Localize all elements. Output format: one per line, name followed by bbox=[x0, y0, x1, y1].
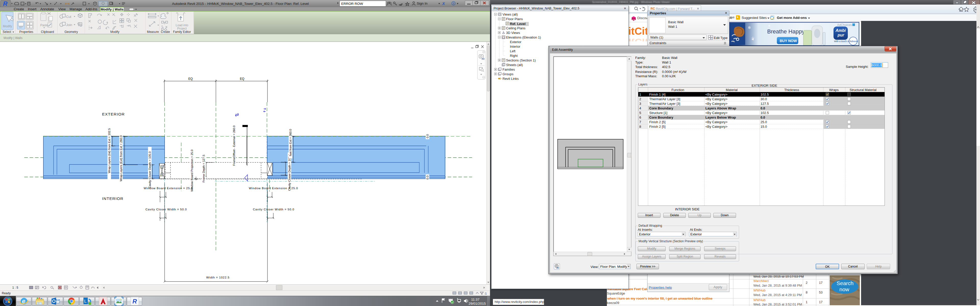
svg-text:Search: Search bbox=[837, 280, 854, 286]
svg-text:Finish 2 [5]: Finish 2 [5] bbox=[649, 125, 666, 128]
svg-text:Thickness: Thickness bbox=[784, 88, 799, 92]
svg-text:AdChoices: AdChoices bbox=[837, 23, 852, 27]
svg-text:Sheets (all): Sheets (all) bbox=[506, 63, 523, 67]
svg-text:febreze: febreze bbox=[850, 40, 858, 43]
svg-text:Wed, Jan 28, 2015 at 3:52:01 P: Wed, Jan 28, 2015 at 3:52:01 PM bbox=[753, 303, 802, 306]
svg-text:now: now bbox=[839, 286, 850, 292]
svg-text:<By Category>: <By Category> bbox=[705, 125, 728, 128]
svg-text:EQ.: EQ. bbox=[161, 172, 164, 176]
svg-text:Exterior: Exterior bbox=[510, 40, 522, 44]
svg-text:8: 8 bbox=[806, 290, 808, 294]
svg-text:Window Board Extension = 25.0: Window Board Extension = 25.0 bbox=[249, 187, 298, 190]
svg-text:Finish 1 [4]: Finish 1 [4] bbox=[649, 93, 666, 97]
svg-text:Groups: Groups bbox=[503, 72, 514, 76]
svg-text:Modify: Modify bbox=[3, 24, 12, 28]
svg-text:?: ? bbox=[453, 2, 455, 5]
svg-text:25.0: 25.0 bbox=[760, 120, 767, 124]
svg-text:Window Board Projection = 25.0: Window Board Projection = 25.0 bbox=[190, 150, 193, 192]
svg-text:11:37: 11:37 bbox=[471, 298, 479, 301]
svg-text:Join: Join bbox=[66, 23, 72, 27]
svg-text:Load into: Load into bbox=[176, 24, 188, 27]
svg-text:4: 4 bbox=[639, 106, 641, 110]
svg-text:3: 3 bbox=[639, 102, 641, 106]
svg-text:17: 17 bbox=[819, 300, 822, 304]
svg-text:WWHub: WWHub bbox=[753, 289, 765, 292]
svg-text:<By Category>: <By Category> bbox=[705, 111, 728, 115]
svg-text:0.0: 0.0 bbox=[426, 176, 429, 179]
svg-text:BUY NOW: BUY NOW bbox=[780, 39, 797, 43]
svg-text:Material: Material bbox=[726, 88, 738, 92]
svg-text:Cavity Closer Width = 50.0: Cavity Closer Width = 50.0 bbox=[145, 208, 187, 211]
svg-text:Layers Below Wrap: Layers Below Wrap bbox=[705, 116, 736, 119]
svg-text:Wrap Layers (Int) from Ext = 1: Wrap Layers (Int) from Ext = 102.5 bbox=[108, 128, 111, 173]
svg-text:X: X bbox=[442, 1, 445, 6]
svg-text:17: 17 bbox=[819, 281, 822, 285]
svg-text:1: 1 bbox=[806, 300, 808, 304]
svg-text:Project: Project bbox=[177, 27, 187, 30]
svg-text:INTERIOR: INTERIOR bbox=[102, 197, 124, 201]
svg-text:Wed, Jan 28, 2015 at 10:17:53: Wed, Jan 28, 2015 at 10:17:53 PM bbox=[753, 274, 804, 279]
svg-text:Ambi: Ambi bbox=[835, 28, 846, 33]
svg-text:29/01/2015: 29/01/2015 bbox=[469, 302, 486, 306]
svg-text:Width = 1022.5: Width = 1022.5 bbox=[206, 276, 230, 279]
svg-text:2D: 2D bbox=[556, 267, 559, 269]
svg-text:2: 2 bbox=[639, 97, 641, 101]
svg-text:Properties: Properties bbox=[19, 30, 33, 34]
svg-text:<By Category>: <By Category> bbox=[705, 120, 728, 124]
svg-text:Floor Plans: Floor Plans bbox=[506, 17, 523, 21]
svg-text:Interior: Interior bbox=[510, 44, 520, 48]
svg-text:Families: Families bbox=[503, 68, 515, 71]
svg-text:R: R bbox=[132, 298, 137, 305]
svg-text:Cavity Closer Depth = 105.0: Cavity Closer Depth = 105.0 bbox=[148, 151, 151, 188]
svg-text:With a touch of: With a touch of bbox=[834, 40, 850, 43]
svg-text:Select: Select bbox=[3, 30, 11, 34]
svg-text:Views (all): Views (all) bbox=[503, 13, 518, 16]
svg-text:Layers Above Wrap: Layers Above Wrap bbox=[705, 106, 736, 110]
svg-text:Core Boundary: Core Boundary bbox=[649, 116, 673, 119]
svg-text:53: 53 bbox=[819, 290, 822, 294]
svg-text:6: 6 bbox=[639, 116, 641, 119]
svg-text:Warchitect: Warchitect bbox=[753, 279, 769, 283]
svg-text:2D: 2D bbox=[482, 58, 485, 60]
svg-text:Autodesk Revit 2015 -: Autodesk Revit 2015 - bbox=[172, 2, 206, 6]
svg-text:Function: Function bbox=[671, 88, 684, 92]
svg-text:fset from Ext = 260.0: fset from Ext = 260.0 bbox=[289, 129, 292, 156]
svg-text:FrameOffset - External = 260.0: FrameOffset - External = 260.0 bbox=[232, 125, 235, 166]
svg-text:EQ: EQ bbox=[188, 77, 192, 81]
svg-text:Structural Material: Structural Material bbox=[850, 88, 877, 92]
svg-text:0.0: 0.0 bbox=[760, 116, 765, 119]
svg-text:Frame Depth = 127.5: Frame Depth = 127.5 bbox=[202, 155, 205, 182]
svg-text:Sections (Section 1): Sections (Section 1) bbox=[506, 59, 536, 62]
svg-text:7: 7 bbox=[639, 120, 641, 124]
svg-text:30.0: 30.0 bbox=[760, 97, 767, 101]
svg-text:Revit Links: Revit Links bbox=[503, 77, 519, 81]
svg-text:Thermal/Air Layer [3]: Thermal/Air Layer [3] bbox=[649, 97, 680, 101]
svg-text:102.5: 102.5 bbox=[760, 111, 769, 115]
svg-text:Core Boundary: Core Boundary bbox=[649, 106, 673, 110]
svg-text:Wed, Jan 28, 2015 at 9:39:48 P: Wed, Jan 28, 2015 at 9:39:48 PM bbox=[753, 284, 802, 287]
svg-text:Paste: Paste bbox=[40, 24, 48, 27]
svg-text:R: R bbox=[3, 0, 8, 7]
svg-text:Cavity Closer Depth = 105.0: Cavity Closer Depth = 105.0 bbox=[288, 154, 291, 191]
svg-text:EQ: EQ bbox=[240, 77, 244, 81]
svg-text:15.0: 15.0 bbox=[760, 125, 767, 128]
svg-text:1: 1 bbox=[639, 93, 641, 97]
svg-text:Thermal/Air Layer [3]: Thermal/Air Layer [3] bbox=[649, 102, 680, 106]
svg-text:127.5: 127.5 bbox=[760, 102, 769, 106]
svg-text:Geometry: Geometry bbox=[65, 30, 78, 34]
svg-text:Left: Left bbox=[510, 49, 515, 53]
svg-text:pur: pur bbox=[837, 33, 845, 37]
svg-text:Finish 2 [5]: Finish 2 [5] bbox=[649, 120, 666, 124]
svg-text:❄: ❄ bbox=[748, 25, 751, 30]
svg-text:102.5: 102.5 bbox=[760, 93, 769, 97]
svg-text:Elevations (Elevation 1): Elevations (Elevation 1) bbox=[506, 35, 541, 39]
svg-text:0.0: 0.0 bbox=[426, 134, 429, 138]
svg-text:keeza09: keeza09 bbox=[607, 301, 619, 305]
svg-text:<By Category>: <By Category> bbox=[705, 102, 728, 106]
svg-text:<By Category>: <By Category> bbox=[705, 93, 728, 97]
svg-text:Wed, Jan 28, 2015 at 4:29:11 P: Wed, Jan 28, 2015 at 4:29:11 PM bbox=[753, 293, 802, 297]
svg-text:<By Category>: <By Category> bbox=[705, 97, 728, 101]
svg-text:HHMcK_Window_NAB_Tower_Elev_40: HHMcK_Window_NAB_Tower_Elev_402.5 - Floo… bbox=[207, 2, 309, 6]
svg-text:Cavity Closer Width = 50.0: Cavity Closer Width = 50.0 bbox=[253, 208, 294, 211]
svg-text:Clipboard: Clipboard bbox=[41, 30, 54, 34]
